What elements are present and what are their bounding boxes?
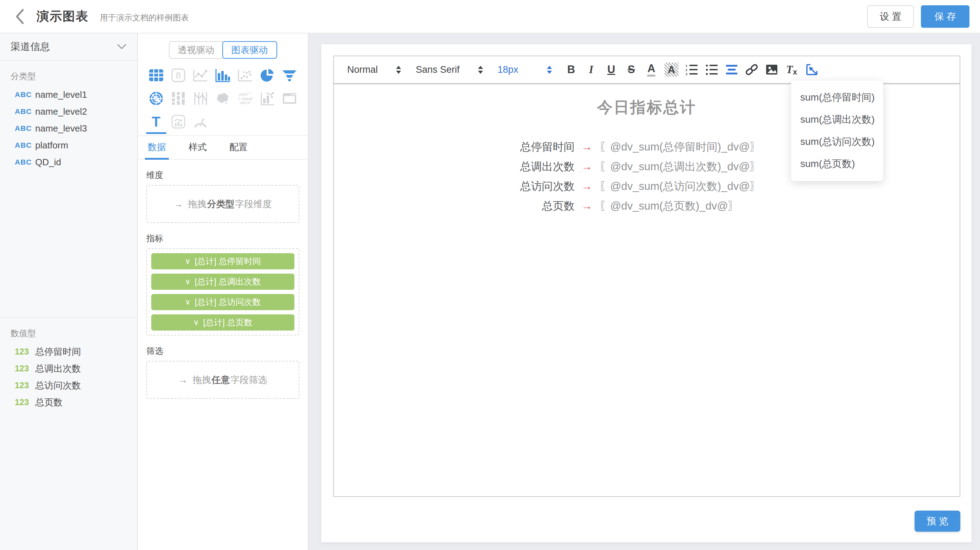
measures-dropzone[interactable]: ∨ [总计] 总停留时间 ∨ [总计] 总调出次数 ∨ [总计] 总访问次数 xyxy=(146,248,299,335)
metric-label: 总停留时间 xyxy=(448,140,575,154)
string-type-badge: ABC xyxy=(15,141,35,149)
paragraph-style-value: Normal xyxy=(347,64,378,75)
font-value: Sans Serif xyxy=(416,64,460,75)
underline-icon[interactable]: U xyxy=(601,60,621,79)
field-suggestion-item[interactable]: sum(总调出次数) xyxy=(791,108,883,130)
image-icon[interactable] xyxy=(762,60,782,79)
funnel-chart-icon[interactable] xyxy=(282,67,298,83)
bullet-list-icon[interactable] xyxy=(702,60,721,79)
word-cloud-word: ⠇cloud xyxy=(238,96,252,101)
mode-chart-button[interactable]: 图表驱动 xyxy=(222,41,277,59)
back-button[interactable] xyxy=(12,7,27,26)
numeric-field-item[interactable]: 123 总页数 xyxy=(0,394,137,411)
drag-arrow-icon: → xyxy=(179,375,188,385)
dataset-selector[interactable]: 渠道信息 xyxy=(0,33,137,61)
filter-dropzone[interactable]: → 拖拽任意字段筛选 xyxy=(146,361,299,399)
highlight-icon[interactable]: A xyxy=(661,60,681,79)
field-suggestion-dropdown: sum(总停留时间) sum(总调出次数) sum(总访问次数) sum(总页数… xyxy=(791,81,883,181)
text-color-icon[interactable]: A xyxy=(641,60,661,79)
field-label: name_level3 xyxy=(35,123,87,134)
updown-icon xyxy=(547,66,552,74)
link-icon[interactable] xyxy=(741,60,762,79)
line-chart-icon[interactable] xyxy=(192,67,208,83)
chevron-left-icon xyxy=(15,8,24,25)
field-label: QD_id xyxy=(35,157,61,168)
align-center-icon[interactable] xyxy=(721,60,741,79)
metric-label: 总调出次数 xyxy=(448,159,575,174)
numeric-field-item[interactable]: 123 总访问次数 xyxy=(0,377,137,394)
measure-pill[interactable]: ∨ [总计] 总停留时间 xyxy=(151,253,294,269)
sankey-chart-icon[interactable] xyxy=(170,91,186,107)
gantt-chart-icon[interactable] xyxy=(192,91,208,107)
clear-format-icon[interactable]: Tx xyxy=(782,60,802,79)
metric-trend-icon[interactable] xyxy=(170,114,186,130)
field-sidebar: 渠道信息 分类型 ABC name_level1 ABC name_level2 xyxy=(0,33,138,550)
field-suggestion-item[interactable]: sum(总访问次数) xyxy=(791,130,883,153)
measure-pill-label: [总计] 总调出次数 xyxy=(195,276,261,287)
category-field-item[interactable]: ABC name_level3 xyxy=(0,120,137,137)
dimension-label: 维度 xyxy=(146,170,299,181)
field-label: name_level1 xyxy=(35,89,87,100)
tab-data[interactable]: 数据 xyxy=(148,136,166,159)
measure-pill[interactable]: ∨ [总计] 总调出次数 xyxy=(151,273,294,290)
metric-label: 总页数 xyxy=(448,199,575,213)
metric-label: 总访问次数 xyxy=(448,179,575,194)
bar-chart-icon[interactable] xyxy=(215,67,231,83)
font-size-value: 18px xyxy=(498,64,519,75)
settings-button[interactable]: 设 置 xyxy=(867,5,914,28)
category-field-item[interactable]: ABC name_level2 xyxy=(0,103,137,120)
field-label: 总访问次数 xyxy=(35,380,81,392)
category-field-list: ABC name_level1 ABC name_level2 ABC name… xyxy=(0,86,137,170)
field-suggestion-item[interactable]: sum(总停留时间) xyxy=(791,86,883,108)
combo-chart-icon[interactable] xyxy=(259,91,275,107)
string-type-badge: ABC xyxy=(15,158,35,166)
field-suggestion-item[interactable]: sum(总页数) xyxy=(791,153,883,175)
numeric-field-item[interactable]: 123 总停留时间 xyxy=(0,343,137,360)
measure-pill-label: [总计] 总停留时间 xyxy=(195,256,261,267)
radar-chart-icon[interactable] xyxy=(148,91,164,107)
canvas-area: Normal Sans Serif 18px B I U S A xyxy=(309,33,980,550)
filter-hint: 拖拽任意字段筛选 xyxy=(193,374,267,386)
number-type-badge: 123 xyxy=(15,380,35,390)
tab-style[interactable]: 样式 xyxy=(189,136,207,159)
table-chart-icon[interactable] xyxy=(148,67,164,83)
gauge-icon[interactable] xyxy=(192,114,208,130)
caret-down-icon: ∨ xyxy=(185,257,190,266)
numeric-card-icon[interactable]: 8 xyxy=(170,67,186,83)
scatter-chart-icon[interactable] xyxy=(237,67,253,83)
word-cloud-word: agile Bi xyxy=(238,101,252,105)
font-size-select[interactable]: 18px xyxy=(498,64,552,75)
measure-pill[interactable]: ∨ [总计] 总访问次数 xyxy=(151,294,294,310)
arrow-right-icon: → xyxy=(575,141,600,153)
arrow-right-icon: → xyxy=(575,161,600,173)
category-field-item[interactable]: ABC name_level1 xyxy=(0,86,137,103)
updown-icon xyxy=(396,66,401,74)
map-chart-icon[interactable] xyxy=(215,91,231,107)
svg-text:2: 2 xyxy=(686,68,687,72)
text-icon[interactable]: T xyxy=(148,114,164,130)
paragraph-style-select[interactable]: Normal xyxy=(347,64,401,75)
italic-icon[interactable]: I xyxy=(581,60,601,79)
strikethrough-icon[interactable]: S xyxy=(621,60,641,79)
chart-builder-panel: 透视驱动 图表驱动 8 xyxy=(138,33,309,550)
measure-pill[interactable]: ∨ [总计] 总页数 xyxy=(151,315,294,331)
category-field-item[interactable]: ABC QD_id xyxy=(0,154,137,170)
editor-toolbar: Normal Sans Serif 18px B I U S A xyxy=(334,56,959,84)
pie-chart-icon[interactable] xyxy=(259,67,275,83)
save-button[interactable]: 保 存 xyxy=(921,5,969,28)
mode-pivot-button[interactable]: 透视驱动 xyxy=(169,41,223,59)
ordered-list-icon[interactable]: 123 xyxy=(681,60,702,79)
font-select[interactable]: Sans Serif xyxy=(416,64,483,75)
dimension-dropzone[interactable]: → 拖拽分类型字段维度 xyxy=(146,185,299,223)
arrow-right-icon: → xyxy=(575,200,600,212)
preview-button[interactable]: 预 览 xyxy=(915,510,960,532)
builder-tabs: 数据 样式 配置 xyxy=(138,135,308,160)
word-cloud-icon[interactable]: word ⠋ ⠇cloud agile Bi xyxy=(237,91,253,107)
insert-field-icon[interactable] xyxy=(802,60,822,79)
bold-icon[interactable]: B xyxy=(561,60,581,79)
filter-label: 筛选 xyxy=(146,345,299,356)
iframe-icon[interactable] xyxy=(282,91,298,107)
numeric-field-item[interactable]: 123 总调出次数 xyxy=(0,360,137,377)
category-field-item[interactable]: ABC platform xyxy=(0,137,137,154)
tab-config[interactable]: 配置 xyxy=(229,136,248,159)
